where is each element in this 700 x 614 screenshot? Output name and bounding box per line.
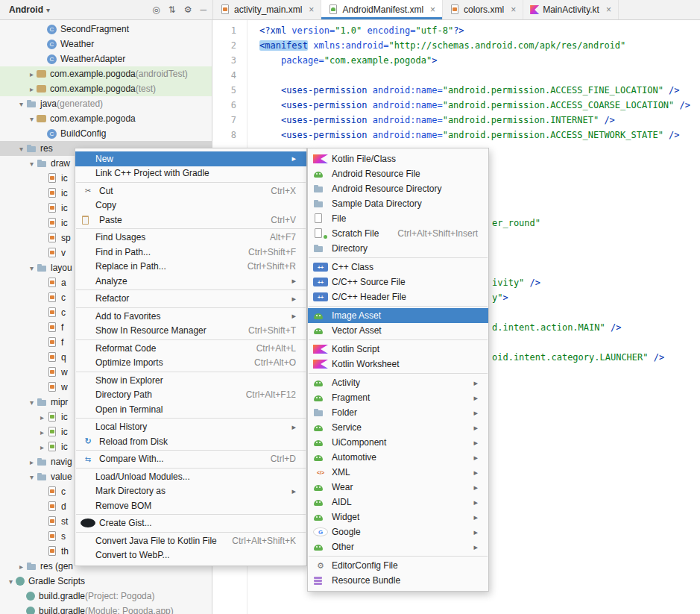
- chevron-right-icon[interactable]: ▸: [37, 413, 47, 422]
- tab-androidmanifest-xml[interactable]: AndroidManifest.xml×: [321, 0, 443, 19]
- menu-item-compare-with[interactable]: Compare With...Ctrl+D: [75, 452, 306, 467]
- tree-item-com-example-pogoda[interactable]: ▸com.example.pogoda (test): [0, 81, 212, 96]
- menu-item-fragment[interactable]: Fragment▸: [308, 390, 488, 405]
- tab-activity-main-xml[interactable]: activity_main.xml×: [213, 0, 321, 19]
- menu-item-convert-to-webp[interactable]: Convert to WebP...: [75, 548, 306, 563]
- chevron-right-icon[interactable]: ▸: [27, 70, 37, 78]
- xml-file-icon: [47, 278, 57, 288]
- menu-item-kotlin-file-class[interactable]: Kotlin File/Class: [308, 151, 488, 166]
- menu-item-google[interactable]: Google▸: [308, 524, 488, 539]
- chevron-down-icon[interactable]: ▾: [27, 398, 37, 407]
- menu-item-load-unload-modules[interactable]: Load/Unload Modules...: [75, 469, 306, 484]
- menu-item-activity[interactable]: Activity▸: [308, 375, 488, 390]
- menu-item-optimize-imports[interactable]: Optimize ImportsCtrl+Alt+O: [75, 356, 306, 371]
- tree-item-gradle-scripts[interactable]: ▾Gradle Scripts: [0, 574, 212, 589]
- menu-item-widget[interactable]: Widget▸: [308, 510, 488, 524]
- menu-item-folder[interactable]: Folder▸: [308, 405, 488, 420]
- menu-item-sample-data-directory[interactable]: Sample Data Directory: [308, 196, 488, 211]
- settings-icon[interactable]: ⚙: [184, 4, 192, 15]
- menu-item-refactor[interactable]: Refactor▸: [75, 292, 306, 307]
- menu-item-c-c-source-file[interactable]: C/C++ Source File: [308, 275, 488, 289]
- tree-item-secondfragment[interactable]: SecondFragment: [0, 22, 212, 37]
- menu-item-scratch-file[interactable]: Scratch FileCtrl+Alt+Shift+Insert: [308, 226, 488, 241]
- menu-item-add-to-favorites[interactable]: Add to Favorites▸: [75, 309, 306, 324]
- chevron-right-icon[interactable]: ▸: [16, 563, 26, 571]
- menu-item-kotlin-script[interactable]: Kotlin Script: [308, 342, 488, 357]
- menu-item-resource-bundle[interactable]: Resource Bundle: [308, 573, 488, 588]
- chevron-right-icon[interactable]: ▸: [27, 458, 37, 466]
- menu-item-automotive[interactable]: Automotive▸: [308, 450, 488, 465]
- tab-colors-xml[interactable]: colors.xml×: [443, 0, 523, 19]
- menu-item-uicomponent[interactable]: UiComponent▸: [308, 435, 488, 450]
- close-icon[interactable]: ×: [606, 5, 611, 14]
- chevron-down-icon[interactable]: ▾: [27, 473, 37, 481]
- tree-item-weather[interactable]: Weather: [0, 37, 212, 51]
- menu-item-analyze[interactable]: Analyze▸: [75, 274, 306, 289]
- menu-item-show-in-resource-manager[interactable]: Show In Resource ManagerCtrl+Shift+T: [75, 324, 306, 339]
- chevron-down-icon[interactable]: ▾: [27, 115, 37, 123]
- tree-item-weatheradapter[interactable]: WeatherAdapter: [0, 51, 212, 66]
- project-view-selector[interactable]: Android ▾ ◎⇅⚙─: [0, 0, 213, 19]
- menu-item-directory[interactable]: Directory: [308, 241, 488, 256]
- menu-item-cut[interactable]: CutCtrl+X: [75, 184, 306, 198]
- tree-item-com-example-pogoda[interactable]: ▾com.example.pogoda: [0, 111, 212, 126]
- menu-item-other[interactable]: Other▸: [308, 539, 488, 554]
- tree-item-com-example-pogoda[interactable]: ▸com.example.pogoda (androidTest): [0, 66, 212, 81]
- menu-separator: [309, 339, 488, 340]
- menu-item-wear[interactable]: Wear▸: [308, 480, 488, 495]
- chevron-right-icon[interactable]: ▸: [27, 85, 37, 93]
- tree-item-java[interactable]: ▾java (generated): [0, 96, 212, 111]
- menu-item-new[interactable]: New▸: [75, 151, 306, 166]
- menu-item-create-gist[interactable]: Create Gist...: [75, 516, 306, 531]
- menu-item-xml[interactable]: XML▸: [308, 465, 488, 480]
- collapse-all-icon[interactable]: ⇅: [168, 4, 176, 15]
- chevron-down-icon[interactable]: ▾: [27, 264, 37, 272]
- menu-item-file[interactable]: File: [308, 211, 488, 226]
- xml-file-icon: [47, 203, 57, 213]
- menu-item-find-in-path[interactable]: Find in Path...Ctrl+Shift+F: [75, 245, 306, 260]
- menu-item-android-resource-file[interactable]: Android Resource File: [308, 166, 488, 181]
- menu-item-vector-asset[interactable]: Vector Asset: [308, 323, 488, 338]
- locate-file-icon[interactable]: ◎: [152, 4, 160, 15]
- menu-item-c-c-header-file[interactable]: C/C++ Header File: [308, 289, 488, 304]
- tree-item-build-gradle[interactable]: build.gradle (Module: Pogoda.app): [0, 604, 212, 614]
- tree-item-label: q: [61, 352, 66, 363]
- chevron-down-icon[interactable]: ▾: [16, 145, 26, 153]
- new-submenu: Kotlin File/ClassAndroid Resource FileAn…: [307, 148, 489, 592]
- tree-item-buildconfig[interactable]: BuildConfig: [0, 126, 212, 141]
- menu-item-paste[interactable]: PasteCtrl+V: [75, 213, 306, 228]
- chevron-right-icon[interactable]: ▸: [37, 443, 47, 451]
- menu-item-open-in-terminal[interactable]: Open in Terminal: [75, 402, 306, 417]
- menu-item-kotlin-worksheet[interactable]: Kotlin Worksheet: [308, 357, 488, 372]
- menu-item-show-in-explorer[interactable]: Show in Explorer: [75, 373, 306, 388]
- menu-item-android-resource-directory[interactable]: Android Resource Directory: [308, 181, 488, 196]
- menu-item-replace-in-path[interactable]: Replace in Path...Ctrl+Shift+R: [75, 260, 306, 275]
- chevron-down-icon[interactable]: ▾: [27, 160, 37, 168]
- menu-item-reformat-code[interactable]: Reformat CodeCtrl+Alt+L: [75, 341, 306, 356]
- chevron-down-icon[interactable]: ▾: [6, 577, 16, 586]
- menu-item-local-history[interactable]: Local History▸: [75, 420, 306, 435]
- hide-panel-icon[interactable]: ─: [200, 4, 206, 15]
- close-icon[interactable]: ×: [309, 5, 314, 14]
- close-icon[interactable]: ×: [430, 5, 435, 14]
- menu-item-find-usages[interactable]: Find UsagesAlt+F7: [75, 231, 306, 245]
- menu-item-convert-java-file-to-kotlin-file[interactable]: Convert Java File to Kotlin FileCtrl+Alt…: [75, 533, 306, 548]
- tree-item-label: a: [61, 278, 66, 288]
- menu-item-directory-path[interactable]: Directory PathCtrl+Alt+F12: [75, 388, 306, 403]
- tree-item-build-gradle[interactable]: build.gradle (Project: Pogoda): [0, 589, 212, 604]
- menu-item-image-asset[interactable]: Image Asset: [308, 308, 488, 323]
- menu-item-reload-from-disk[interactable]: Reload from Disk: [75, 434, 306, 449]
- cpp-icon: [313, 263, 328, 272]
- chevron-down-icon[interactable]: ▾: [16, 100, 26, 108]
- menu-item-aidl[interactable]: AIDL▸: [308, 495, 488, 510]
- menu-item-service[interactable]: Service▸: [308, 420, 488, 435]
- menu-item-c-class[interactable]: C++ Class: [308, 260, 488, 275]
- menu-item-mark-directory-as[interactable]: Mark Directory as▸: [75, 484, 306, 499]
- menu-item-link-c-project-with-gradle[interactable]: Link C++ Project with Gradle: [75, 166, 306, 181]
- chevron-right-icon[interactable]: ▸: [37, 428, 47, 436]
- menu-item-copy[interactable]: Copy: [75, 198, 306, 213]
- close-icon[interactable]: ×: [511, 5, 516, 14]
- tab-mainactivity-kt[interactable]: MainActivity.kt×: [523, 0, 619, 19]
- menu-item-remove-bom[interactable]: Remove BOM: [75, 498, 306, 513]
- menu-item-editorconfig-file[interactable]: EditorConfig File: [308, 558, 488, 573]
